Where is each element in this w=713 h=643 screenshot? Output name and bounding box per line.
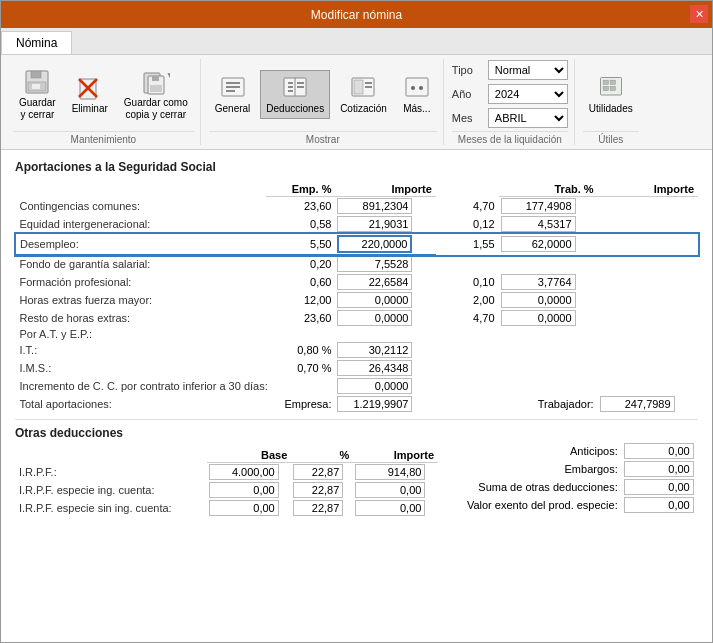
svg-rect-1 [31, 71, 41, 78]
suma-otras-input[interactable] [624, 479, 694, 495]
anio-select[interactable]: 2024 [488, 84, 568, 104]
tipo-row: Tipo Normal [452, 60, 568, 80]
mantenimiento-buttons: Guardary cerrar Eliminar [13, 59, 194, 129]
utilidades-button[interactable]: Utilidades [583, 70, 639, 119]
irpf-esp-sin-imp-input[interactable] [355, 500, 425, 516]
general-button[interactable]: General [209, 70, 257, 119]
anticipos-row: Anticipos: [458, 442, 698, 460]
equidad-trab-input[interactable] [501, 216, 576, 232]
irpf-esp-ing-base-input[interactable] [209, 482, 279, 498]
cotizacion-icon [349, 74, 377, 102]
table-row: I.R.P.F.: [15, 463, 438, 482]
contingencias-emp-input[interactable] [337, 198, 412, 214]
table-row: Equidad intergeneracional: 0,58 0,12 [16, 215, 699, 234]
total-empresa-input[interactable] [337, 396, 412, 412]
importe-header: Importe [353, 448, 438, 463]
ribbon-content: Guardary cerrar Eliminar [1, 55, 712, 149]
table-row: Contingencias comunes: 23,60 4,70 [16, 197, 699, 216]
svg-text:▼: ▼ [165, 69, 170, 83]
table-row: Formación profesional: 0,60 0,10 [16, 273, 699, 291]
equidad-emp-input[interactable] [337, 216, 412, 232]
divider1 [15, 419, 698, 420]
table-row: I.R.P.F. especie sin ing. cuenta: [15, 499, 438, 517]
mes-select[interactable]: ABRIL [488, 108, 568, 128]
svg-rect-9 [152, 76, 159, 81]
table-row: Fondo de garantía salarial: 0,20 [16, 255, 699, 274]
mas-label: Más... [403, 103, 430, 115]
otras-left: Otras deducciones Base % Importe [15, 426, 438, 517]
trab-pct-header: Trab. % [499, 182, 598, 197]
it-emp-input[interactable] [337, 342, 412, 358]
delete-label: Eliminar [72, 103, 108, 115]
irpf-esp-sin-base-input[interactable] [209, 500, 279, 516]
formacion-emp-input[interactable] [337, 274, 412, 290]
section2-title: Otras deducciones [15, 426, 438, 440]
resto-horas-trab-input[interactable] [501, 310, 576, 326]
group-mostrar: General [203, 59, 444, 145]
mostrar-label: Mostrar [209, 131, 437, 145]
anio-label: Año [452, 88, 484, 100]
mas-button[interactable]: Más... [397, 70, 437, 119]
otras-table: Base % Importe I.R.P.F.: I.R.P.F. especi… [15, 448, 438, 517]
emp-pct-header: Emp. % [266, 182, 335, 197]
trab-imp-header: Importe [598, 182, 698, 197]
main-content: Aportaciones a la Seguridad Social Emp. … [1, 150, 712, 642]
total-trabajador-input[interactable] [600, 396, 675, 412]
cotizacion-label: Cotización [340, 103, 387, 115]
section2-layout: Otras deducciones Base % Importe [15, 426, 698, 517]
fondo-emp-input[interactable] [337, 256, 412, 272]
emp-imp-header: Importe [335, 182, 435, 197]
tab-bar: Nómina [1, 28, 712, 55]
irpf-base-input[interactable] [209, 464, 279, 480]
mes-row: Mes ABRIL [452, 108, 568, 128]
embargos-input[interactable] [624, 461, 694, 477]
general-label: General [215, 103, 251, 115]
deducciones-button[interactable]: Deducciones [260, 70, 330, 119]
svg-rect-32 [610, 80, 615, 84]
mes-label: Mes [452, 112, 484, 124]
tipo-select[interactable]: Normal [488, 60, 568, 80]
valor-exento-row: Valor exento del prod. especie: [458, 496, 698, 514]
deducciones-label: Deducciones [266, 103, 324, 115]
irpf-pct-input[interactable] [293, 464, 343, 480]
close-button[interactable]: ✕ [690, 5, 708, 23]
save-close-button[interactable]: Guardary cerrar [13, 64, 62, 125]
contingencias-trab-input[interactable] [501, 198, 576, 214]
base-header: Base [207, 448, 292, 463]
meses-fields: Tipo Normal Año 2024 Mes [452, 59, 568, 129]
group-mantenimiento: Guardary cerrar Eliminar [7, 59, 201, 145]
delete-button[interactable]: Eliminar [66, 70, 114, 119]
anticipos-input[interactable] [624, 443, 694, 459]
mantenimiento-label: Mantenimiento [13, 131, 194, 145]
svg-rect-33 [603, 86, 608, 90]
irpf-imp-input[interactable] [355, 464, 425, 480]
horas-fuerza-emp-input[interactable] [337, 292, 412, 308]
svg-rect-3 [32, 84, 40, 89]
ss-table: Emp. % Importe Trab. % Importe Contingen… [15, 182, 698, 413]
valor-exento-input[interactable] [624, 497, 694, 513]
desempleo-emp-input[interactable] [337, 235, 412, 253]
ims-emp-input[interactable] [337, 360, 412, 376]
deducciones-icon [281, 74, 309, 102]
formacion-trab-input[interactable] [501, 274, 576, 290]
utilidades-label: Utilidades [589, 103, 633, 115]
embargos-row: Embargos: [458, 460, 698, 478]
tab-nomina[interactable]: Nómina [1, 31, 72, 54]
mostrar-buttons: General [209, 59, 437, 129]
incremento-input[interactable] [337, 378, 412, 394]
cotizacion-button[interactable]: Cotización [334, 70, 393, 119]
title-bar: Modificar nómina ✕ [1, 1, 712, 28]
suma-otras-row: Suma de otras deducciones: [458, 478, 698, 496]
table-row: I.M.S.: 0,70 % [16, 359, 699, 377]
irpf-esp-ing-pct-input[interactable] [293, 482, 343, 498]
horas-fuerza-trab-input[interactable] [501, 292, 576, 308]
irpf-esp-sin-pct-input[interactable] [293, 500, 343, 516]
utiles-label: Útiles [583, 131, 639, 145]
utiles-buttons: Utilidades [583, 59, 639, 129]
irpf-esp-ing-imp-input[interactable] [355, 482, 425, 498]
resto-horas-emp-input[interactable] [337, 310, 412, 326]
anio-row: Año 2024 [452, 84, 568, 104]
save-copy-button[interactable]: ▼ Guardar comocopia y cerrar [118, 64, 194, 125]
save-icon [23, 68, 51, 96]
desempleo-trab-input[interactable] [501, 236, 576, 252]
